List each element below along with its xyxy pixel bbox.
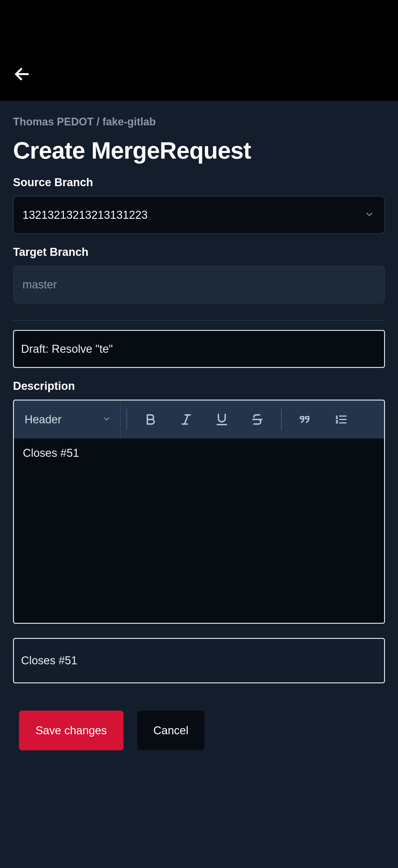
content-area: Thomas PEDOT / fake-gitlab Create MergeR… bbox=[0, 101, 398, 868]
editor-toolbar: Header bbox=[14, 401, 384, 439]
header-format-select[interactable]: Header bbox=[14, 401, 121, 438]
page-title: Create MergeRequest bbox=[13, 137, 385, 164]
ordered-list-button[interactable] bbox=[323, 401, 359, 438]
target-branch-value: master bbox=[23, 278, 57, 291]
toolbar-separator bbox=[281, 409, 281, 430]
blockquote-button[interactable] bbox=[288, 401, 323, 438]
chevron-down-icon bbox=[364, 209, 374, 221]
italic-button[interactable] bbox=[168, 401, 204, 438]
target-branch-select[interactable]: master bbox=[13, 266, 385, 304]
toolbar-separator bbox=[127, 409, 127, 430]
breadcrumb[interactable]: Thomas PEDOT / fake-gitlab bbox=[13, 116, 385, 128]
action-buttons: Save changes Cancel bbox=[13, 711, 385, 750]
underline-button[interactable] bbox=[204, 401, 239, 438]
target-branch-label: Target Branch bbox=[13, 246, 385, 258]
source-branch-select[interactable]: 13213213213213131223 bbox=[13, 196, 385, 234]
back-icon[interactable] bbox=[13, 65, 31, 83]
bold-button[interactable] bbox=[133, 401, 168, 438]
source-branch-value: 13213213213213131223 bbox=[23, 209, 148, 221]
header-format-label: Header bbox=[25, 413, 62, 426]
top-bar bbox=[0, 0, 398, 101]
strikethrough-button[interactable] bbox=[239, 401, 275, 438]
divider bbox=[13, 320, 385, 320]
closes-reference-input[interactable]: Closes #51 bbox=[13, 638, 385, 683]
description-textarea[interactable]: Closes #51 bbox=[14, 439, 384, 623]
save-button[interactable]: Save changes bbox=[19, 711, 124, 750]
cancel-button[interactable]: Cancel bbox=[137, 711, 205, 750]
description-editor: Header bbox=[13, 400, 385, 624]
title-input[interactable] bbox=[13, 330, 385, 368]
description-label: Description bbox=[13, 380, 385, 393]
chevron-down-icon bbox=[102, 413, 111, 426]
svg-line-3 bbox=[185, 415, 188, 424]
source-branch-label: Source Branch bbox=[13, 176, 385, 189]
